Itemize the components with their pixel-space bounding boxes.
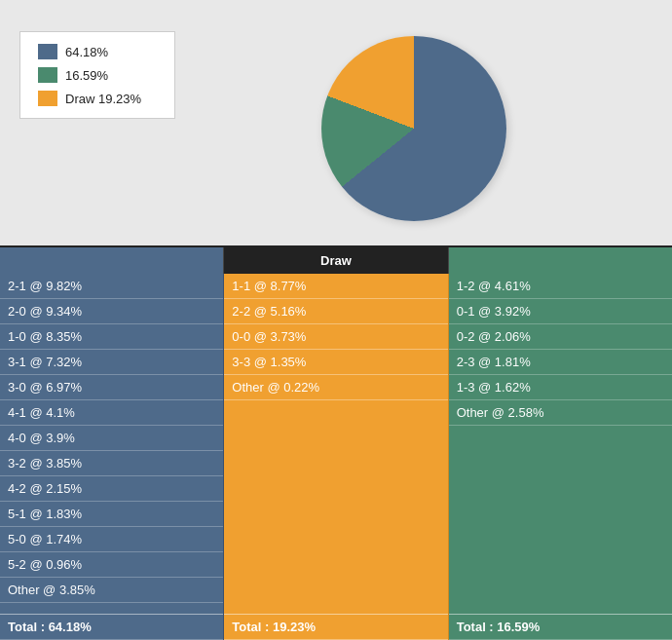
home-cell: 4-1 @ 4.1% xyxy=(0,400,223,426)
draw-cell: 2-2 @ 5.16% xyxy=(224,299,447,324)
legend-label: Draw 19.23% xyxy=(65,92,141,106)
home-cell: 2-1 @ 9.82% xyxy=(0,274,223,299)
away-column-header xyxy=(449,247,672,274)
home-cell: Other @ 3.85% xyxy=(0,578,223,603)
home-cell: 2-0 @ 9.34% xyxy=(0,299,223,324)
chart-area xyxy=(175,36,653,221)
table-header-row: Draw xyxy=(0,247,672,274)
draw-cell: 3-3 @ 1.35% xyxy=(224,350,447,375)
draw-cell: Total : 19.23% xyxy=(224,614,447,640)
away-cell: 1-2 @ 4.61% xyxy=(449,274,672,299)
legend-label: 16.59% xyxy=(65,68,108,83)
draw-cell: Other @ 0.22% xyxy=(224,375,447,400)
legend-swatch xyxy=(38,67,57,83)
home-cell: 4-0 @ 3.9% xyxy=(0,426,223,451)
draw-cell: 1-1 @ 8.77% xyxy=(224,274,447,299)
home-cell: 4-2 @ 2.15% xyxy=(0,476,223,502)
page: 64.18%16.59%Draw 19.23% Draw 2-1 @ 9.82%… xyxy=(0,0,672,640)
top-section: 64.18%16.59%Draw 19.23% xyxy=(0,12,672,245)
away-cell: 1-3 @ 1.62% xyxy=(449,375,672,400)
home-column-header xyxy=(0,247,224,274)
away-cell: 0-1 @ 3.92% xyxy=(449,299,672,324)
home-column: 2-1 @ 9.82%2-0 @ 9.34%1-0 @ 8.35%3-1 @ 7… xyxy=(0,274,224,640)
legend-swatch xyxy=(38,91,57,106)
home-cell: 5-0 @ 1.74% xyxy=(0,527,223,552)
home-cell: Total : 64.18% xyxy=(0,614,223,640)
page-title xyxy=(0,0,672,12)
table-body: 2-1 @ 9.82%2-0 @ 9.34%1-0 @ 8.35%3-1 @ 7… xyxy=(0,274,672,640)
legend: 64.18%16.59%Draw 19.23% xyxy=(19,31,175,119)
away-cell: 2-3 @ 1.81% xyxy=(449,350,672,375)
legend-swatch xyxy=(38,44,57,59)
draw-column-header: Draw xyxy=(224,247,448,274)
table-section: Draw 2-1 @ 9.82%2-0 @ 9.34%1-0 @ 8.35%3-… xyxy=(0,245,672,640)
home-cell: 5-2 @ 0.96% xyxy=(0,552,223,578)
away-column: 1-2 @ 4.61%0-1 @ 3.92%0-2 @ 2.06%2-3 @ 1… xyxy=(449,274,672,640)
away-cell: Other @ 2.58% xyxy=(449,400,672,426)
home-cell: 5-1 @ 1.83% xyxy=(0,502,223,527)
draw-cell: 0-0 @ 3.73% xyxy=(224,324,447,350)
legend-item: 64.18% xyxy=(38,44,157,59)
draw-column: 1-1 @ 8.77%2-2 @ 5.16%0-0 @ 3.73%3-3 @ 1… xyxy=(224,274,448,640)
away-cell: Total : 16.59% xyxy=(449,614,672,640)
legend-item: 16.59% xyxy=(38,67,157,83)
legend-item: Draw 19.23% xyxy=(38,91,157,106)
home-cell: 3-1 @ 7.32% xyxy=(0,350,223,375)
pie-chart xyxy=(321,36,506,221)
away-cell: 0-2 @ 2.06% xyxy=(449,324,672,350)
home-cell: 1-0 @ 8.35% xyxy=(0,324,223,350)
home-cell: 3-0 @ 6.97% xyxy=(0,375,223,400)
home-cell: 3-2 @ 3.85% xyxy=(0,451,223,476)
legend-label: 64.18% xyxy=(65,45,108,59)
